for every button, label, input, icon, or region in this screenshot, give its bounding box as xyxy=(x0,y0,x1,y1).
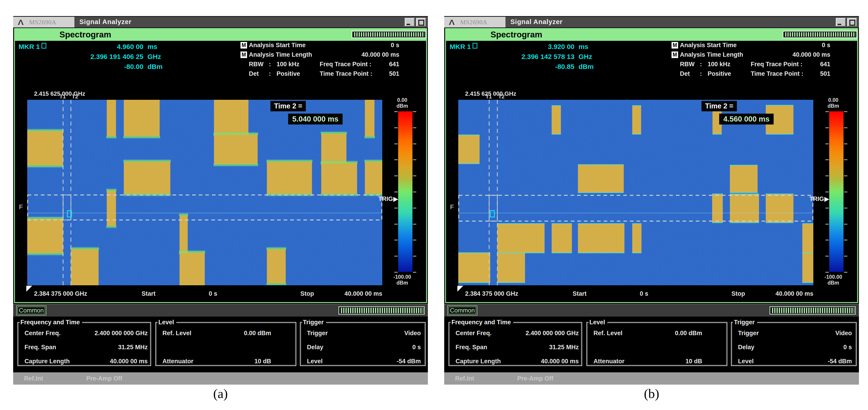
maximize-icon xyxy=(849,20,855,26)
colorbar-max-label: 0.00dBm xyxy=(385,97,419,109)
marker-freq-row: 2.396 142 578 13 GHz xyxy=(450,52,600,62)
time-axis-start-label: Start xyxy=(142,290,156,297)
analysis-start-row: M Analysis Start Time 0 s xyxy=(672,40,830,50)
time2-value: 5.040 000 ms xyxy=(288,114,343,125)
freq-span-row: Freq. Span31.25 MHz xyxy=(18,343,150,352)
analyzer-window: Λ MS2690A Signal Analyzer Spectrogram MK… xyxy=(444,15,859,385)
colorbar-min-label: -100.00dBm xyxy=(816,274,850,286)
ref-level-row: Ref. Level0.00 dBm xyxy=(587,328,727,338)
analysis-start-row: M Analysis Start Time 0 s xyxy=(241,40,399,50)
center-freq-row: Center Freq.2.400 000 000 GHz xyxy=(18,328,150,338)
ref-level-row: Ref. Level0.00 dBm xyxy=(156,328,296,338)
colorbar-min-label: -100.00dBm xyxy=(385,274,419,286)
trigger-source-row: TriggerVideo xyxy=(732,328,856,338)
reference-status: Ref.Int xyxy=(455,372,474,385)
window-title: Signal Analyzer xyxy=(510,16,563,28)
time2-label: Time 2 = xyxy=(702,101,737,112)
instrument-model: MS2690A xyxy=(460,19,488,26)
maximize-button[interactable] xyxy=(416,18,426,27)
maximize-icon xyxy=(418,20,424,26)
spectrogram-plot[interactable]: Time 2 = 5.040 000 ms xyxy=(27,100,382,285)
time-axis-start-value: 0 s xyxy=(209,290,217,297)
marker-time-row: MKR 1 3.920 00 ms xyxy=(450,42,600,52)
marker-readout: MKR 1 3.920 00 ms 2.396 142 578 13 GHz -… xyxy=(450,42,600,72)
time-axis-start-label: Start xyxy=(572,290,587,297)
function-bar: Common xyxy=(13,304,428,317)
screen-header: Spectrogram xyxy=(446,29,857,41)
marker-freq-unit: GHz xyxy=(144,53,169,61)
marker-freq-row: 2.396 191 406 25 GHz xyxy=(19,52,169,62)
colorbar-ticks-left xyxy=(394,112,398,273)
window-controls xyxy=(836,18,857,27)
marker-time-value: 4.960 00 xyxy=(52,43,144,51)
marker-level-unit: dBm xyxy=(575,63,600,70)
analysis-readout: M Analysis Start Time 0 s M Analysis Tim… xyxy=(241,40,399,78)
spectrogram-plot[interactable]: Time 2 = 4.560 000 ms xyxy=(458,100,813,285)
rbw-row: RBW : 100 kHz Freq Trace Point : 641 xyxy=(241,59,399,69)
marker-freq-unit: GHz xyxy=(575,53,600,61)
amplitude-colorbar xyxy=(829,112,843,272)
capture-length-row: Capture Length40.000 00 ms xyxy=(18,357,150,366)
window-controls xyxy=(405,18,426,27)
marker-level-value: -80.85 xyxy=(483,63,575,70)
time-axis-stop-label: Stop xyxy=(300,290,314,297)
freq-axis-bottom-label: 2.384 375 000 GHz xyxy=(465,290,518,297)
screen-header: Spectrogram xyxy=(15,29,426,41)
common-button[interactable]: Common xyxy=(16,306,46,315)
trigger-delay-row: Delay0 s xyxy=(732,343,856,352)
reference-status: Ref.Int xyxy=(24,372,43,385)
spectrogram-canvas xyxy=(27,100,382,285)
anritsu-logo: Λ MS2690A xyxy=(13,17,74,28)
time-axis-stop-value: 40.000 00 ms xyxy=(331,290,382,297)
figure-caption-b: (b) xyxy=(444,386,859,401)
marker-square-icon xyxy=(41,43,46,49)
trigger-group: Trigger TriggerVideo Delay0 s Level-54 d… xyxy=(731,322,857,366)
trigger-delay-row: Delay0 s xyxy=(301,343,425,352)
freq-marker-label: F xyxy=(19,203,23,211)
center-freq-row: Center Freq.2.400 000 000 GHz xyxy=(449,328,582,338)
marker-freq-value: 2.396 191 406 25 xyxy=(52,53,144,61)
measure-icon: M xyxy=(241,52,247,58)
instrument-model: MS2690A xyxy=(29,19,57,26)
freq-span-row: Freq. Span31.25 MHz xyxy=(449,343,582,352)
freq-axis-bottom-label: 2.384 375 000 GHz xyxy=(34,290,87,297)
marker-time-row: MKR 1 4.960 00 ms xyxy=(19,42,169,52)
trigger-group: Trigger TriggerVideo Delay0 s Level-54 d… xyxy=(300,322,426,366)
attenuator-row: Attenuator10 dB xyxy=(587,357,727,366)
screen-title: Spectrogram xyxy=(59,30,111,39)
freq-time-group: Frequency and Time Center Freq.2.400 000… xyxy=(18,322,151,366)
marker-freq-value: 2.396 142 578 13 xyxy=(483,53,575,61)
capture-length-row: Capture Length40.000 00 ms xyxy=(449,357,582,366)
trigger-level-marker: TRIG ▶ xyxy=(371,195,398,202)
anritsu-logo-icon: Λ xyxy=(449,18,455,27)
minimize-button[interactable] xyxy=(836,18,846,27)
analysis-length-row: M Analysis Time Length 40.000 00 ms xyxy=(241,50,399,59)
measure-icon: M xyxy=(672,52,678,58)
marker-square-icon xyxy=(472,43,477,49)
marker-level-unit: dBm xyxy=(144,63,169,70)
colorbar-ticks-left xyxy=(825,112,829,273)
freq-marker-label: F xyxy=(450,203,454,211)
t1-marker-label: T1 xyxy=(59,93,66,100)
screen-title: Spectrogram xyxy=(491,30,542,39)
common-button[interactable]: Common xyxy=(447,306,477,315)
colorbar-ticks-right xyxy=(844,112,847,273)
minimize-icon xyxy=(407,24,410,25)
marker-time-value: 3.920 00 xyxy=(483,43,575,51)
window-titlebar: Λ MS2690A Signal Analyzer xyxy=(13,15,428,28)
preamp-status: Pre-Amp Off xyxy=(517,372,553,385)
marker-readout: MKR 1 4.960 00 ms 2.396 191 406 25 GHz -… xyxy=(19,42,169,72)
spectrogram-canvas xyxy=(458,100,813,285)
minimize-icon xyxy=(838,24,841,25)
analysis-length-row: M Analysis Time Length 40.000 00 ms xyxy=(672,50,830,59)
trigger-level-marker: TRIG ▶ xyxy=(802,195,829,202)
level-group: Level Ref. Level0.00 dBm Attenuator10 dB xyxy=(586,322,727,366)
measure-icon: M xyxy=(672,42,678,49)
trigger-level-row: Level-54 dBm xyxy=(301,357,425,366)
time2-value: 4.560 000 ms xyxy=(719,114,774,125)
minimize-button[interactable] xyxy=(405,18,415,27)
t1-marker-label: T1 xyxy=(486,93,492,100)
trigger-source-row: TriggerVideo xyxy=(301,328,425,338)
time-axis-stop-value: 40.000 00 ms xyxy=(762,290,813,297)
maximize-button[interactable] xyxy=(847,18,857,27)
